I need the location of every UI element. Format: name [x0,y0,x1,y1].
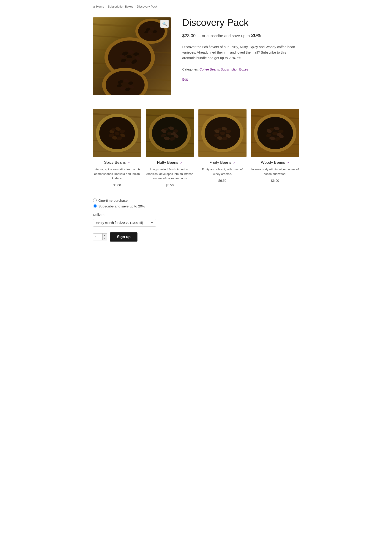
related-item-spicy: Spicy Beans ↗ Intense, spicy aromatics f… [93,109,141,187]
product-price: $23.00 [182,33,196,38]
spicy-beans-image [93,109,141,157]
spicy-beans-price: $5.00 [93,183,141,187]
fruity-beans-image [198,109,247,157]
zoom-icon: 🔍 [162,22,167,26]
deliver-label: Deliver: [93,213,299,217]
fruity-beans-name: Fruity Beans ↗ [198,160,247,165]
deliver-select-wrap: Every month for $20.70 (10% off)Every 2 … [93,219,299,227]
woody-beans-name: Woody Beans ↗ [251,160,299,165]
woody-beans-desc: Intense body with indulgent notes of coc… [251,167,299,176]
nutty-beans-desc: Long-roasted South American Arabicas, de… [146,167,194,181]
one-time-purchase-option[interactable]: One-time purchase [93,199,299,202]
spicy-beans-desc: Intense, spicy aromatics from a mix of m… [93,167,141,181]
nutty-beans-image [146,109,194,157]
breadcrumb-sep1: › [106,5,107,8]
signup-button[interactable]: Sign up [110,232,137,241]
save-pct: 20% [251,32,261,38]
subscribe-radio[interactable] [93,204,97,208]
product-title: Discovery Pack [182,17,299,28]
category-coffee-beans-link[interactable]: Coffee Beans [200,68,219,71]
nutty-beans-ext-icon[interactable]: ↗ [180,161,182,164]
quantity-input[interactable]: 1 [93,234,103,240]
nutty-beans-name: Nutty Beans ↗ [146,160,194,165]
quantity-stepper[interactable]: 1 ▲ ▼ [93,233,107,240]
one-time-label: One-time purchase [98,199,128,202]
nutty-beans-price: $5.50 [146,183,194,187]
qty-increment-btn[interactable]: ▲ [103,234,107,237]
breadcrumb-home-link[interactable]: Home [96,5,104,8]
fruity-beans-ext-icon[interactable]: ↗ [233,161,235,164]
product-image-wrap: 🔍 [93,17,171,95]
product-categories: Categories: Coffee Beans, Subscription B… [182,68,299,71]
woody-beans-ext-icon[interactable]: ↗ [286,161,289,164]
breadcrumb-sub-link[interactable]: Subscription Boxes [108,5,133,8]
zoom-button[interactable]: 🔍 [160,20,169,28]
qty-decrement-btn[interactable]: ▼ [103,237,107,240]
related-item-nutty: Nutty Beans ↗ Long-roasted South America… [146,109,194,187]
breadcrumb-current: Discovery Pack [137,5,157,8]
woody-beans-price: $6.00 [251,179,299,182]
qty-spin-controls: ▲ ▼ [103,234,107,240]
fruity-beans-price: $6.50 [198,179,247,182]
product-price-line: $23.00 — or subscribe and save up to 20% [182,32,299,38]
spicy-beans-ext-icon[interactable]: ↗ [127,161,130,164]
related-item-fruity: Fruity Beans ↗ Fruity and vibrant, with … [198,109,247,187]
related-item-woody: Woody Beans ↗ Intense body with indulgen… [251,109,299,187]
category-subscription-boxes-link[interactable]: Subscription Boxes [221,68,248,71]
home-icon: ⌂ [93,5,95,8]
product-section: 🔍 Discovery Pack $23.00 — or subscribe a… [93,17,299,95]
subscribe-label: Subscribe and save up to 20% [98,204,145,208]
woody-beans-image [251,109,299,157]
spicy-beans-name: Spicy Beans ↗ [93,160,141,165]
breadcrumb-sep2: › [135,5,136,8]
fruity-beans-desc: Fruity and vibrant, with burst of winey … [198,167,247,176]
deliver-select[interactable]: Every month for $20.70 (10% off)Every 2 … [93,219,156,227]
breadcrumb: ⌂ Home › Subscription Boxes › Discovery … [93,5,299,8]
price-suffix: — or subscribe and save up to [197,34,250,38]
product-description: Discover the rich flavors of our Fruity,… [182,44,299,61]
product-info: Discovery Pack $23.00 — or subscribe and… [182,17,299,81]
add-to-cart-row: 1 ▲ ▼ Sign up [93,232,299,241]
one-time-radio[interactable] [93,199,97,202]
purchase-options: One-time purchase Subscribe and save up … [93,199,299,208]
product-image [93,17,171,95]
edit-link[interactable]: Edit [182,78,188,81]
related-products-grid: Spicy Beans ↗ Intense, spicy aromatics f… [93,109,299,187]
page-wrapper: ⌂ Home › Subscription Boxes › Discovery … [86,0,306,255]
subscribe-option[interactable]: Subscribe and save up to 20% [93,204,299,208]
categories-label: Categories: [182,68,199,71]
